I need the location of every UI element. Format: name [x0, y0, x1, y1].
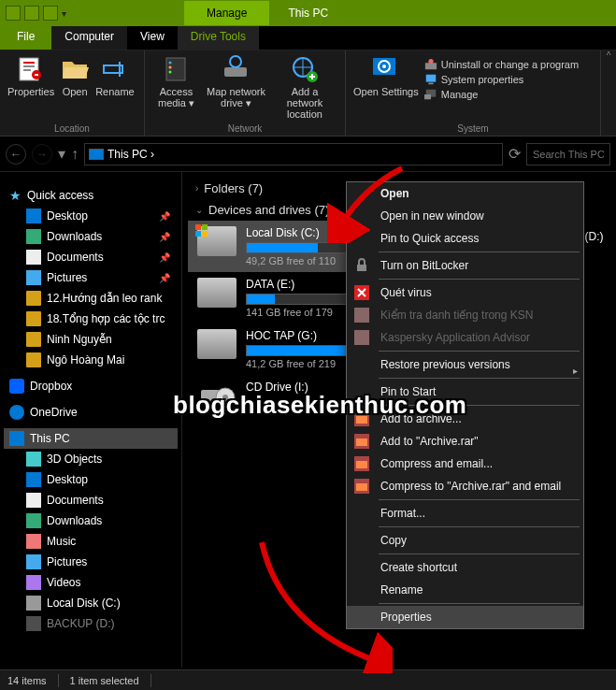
sidebar-pictures2[interactable]: Pictures: [4, 552, 178, 572]
uninstall-link[interactable]: Uninstall or change a program: [424, 58, 579, 71]
sidebar-documents[interactable]: Documents📌: [4, 247, 178, 267]
system-properties-link[interactable]: System properties: [424, 73, 579, 86]
ctx-copy[interactable]: Copy: [347, 529, 583, 552]
chevron-right-icon: ›: [195, 183, 198, 194]
ctx-bitlocker[interactable]: Turn on BitLocker: [347, 254, 583, 277]
address-path[interactable]: This PC ›: [84, 143, 503, 165]
onedrive-icon: [9, 405, 24, 420]
sidebar-desktop[interactable]: Desktop📌: [4, 206, 178, 226]
refresh-button[interactable]: ⟳: [509, 145, 521, 163]
dropbox-icon: [9, 379, 24, 394]
drive-icon: [26, 596, 41, 611]
svg-rect-34: [354, 308, 369, 323]
qat-dropdown[interactable]: ▾: [62, 8, 66, 19]
sidebar-music[interactable]: Music: [4, 531, 178, 552]
hdd-icon: [197, 329, 236, 359]
ctx-pin-quickaccess[interactable]: Pin to Quick access: [347, 227, 583, 250]
drive-icon: [26, 616, 41, 631]
ctx-format[interactable]: Format...: [347, 502, 583, 525]
sidebar-backup[interactable]: BACKUP (D:): [4, 613, 178, 634]
forward-button[interactable]: →: [32, 144, 52, 165]
separator: [150, 674, 151, 687]
svg-point-10: [169, 66, 172, 69]
properties-button[interactable]: Properties: [7, 54, 54, 97]
separator: [379, 279, 580, 280]
ctx-scan-virus[interactable]: Quét virus: [347, 281, 583, 304]
sidebar-onedrive[interactable]: OneDrive: [4, 402, 178, 423]
open-button[interactable]: Open: [60, 54, 90, 97]
navigation-pane[interactable]: ★Quick access Desktop📌 Downloads📌 Docume…: [0, 172, 182, 668]
documents-icon: [26, 250, 41, 265]
svg-rect-43: [356, 483, 367, 491]
open-settings-button[interactable]: Open Settings: [353, 54, 419, 101]
sidebar-pictures[interactable]: Pictures📌: [4, 267, 178, 288]
collapse-ribbon[interactable]: ^: [601, 50, 616, 136]
location-group-label: Location: [0, 123, 144, 134]
access-media-button[interactable]: Access media ▾: [152, 54, 200, 120]
ctx-kaa: Kaspersky Application Advisor: [347, 326, 583, 349]
qat-save-icon[interactable]: [24, 6, 39, 21]
windows-icon: [195, 224, 208, 237]
svg-rect-3: [23, 69, 31, 71]
separator: [379, 378, 580, 379]
sidebar-documents2[interactable]: Documents: [4, 490, 178, 510]
separator: [379, 603, 580, 604]
sidebar-desktop2[interactable]: Desktop: [4, 469, 178, 490]
manage-link[interactable]: Manage: [424, 88, 579, 101]
rename-icon: [100, 54, 130, 84]
separator: [379, 351, 580, 352]
svg-rect-26: [202, 224, 208, 230]
status-bar: 14 items 1 item selected: [0, 669, 616, 690]
sidebar-dropbox[interactable]: Dropbox: [4, 376, 178, 396]
svg-rect-12: [224, 67, 247, 77]
submenu-arrow: ▸: [573, 366, 578, 376]
add-network-location-button[interactable]: Add a network location: [272, 54, 337, 120]
sidebar-videos[interactable]: Videos: [4, 572, 178, 593]
ctx-create-shortcut[interactable]: Create shortcut: [347, 556, 583, 579]
content-pane[interactable]: ›Folders (7) ⌄Devices and drives (7) Loc…: [182, 172, 616, 668]
sidebar-downloads[interactable]: Downloads📌: [4, 226, 178, 247]
sidebar-f2[interactable]: 18.Tổng hợp các tộc trc: [4, 309, 178, 329]
ctx-rename[interactable]: Rename: [347, 579, 583, 601]
manage-tab[interactable]: Manage: [184, 1, 269, 25]
ctx-compress-email[interactable]: Compress and email...: [347, 453, 583, 475]
drive-tools-tab[interactable]: Drive Tools: [178, 26, 259, 50]
sidebar-f4[interactable]: Ngô Hoàng Mai: [4, 350, 178, 370]
computer-tab[interactable]: Computer: [51, 26, 127, 50]
svg-rect-8: [166, 58, 185, 80]
map-network-drive-button[interactable]: Map network drive ▾: [206, 54, 266, 120]
sidebar-3d[interactable]: 3D Objects: [4, 449, 178, 469]
svg-point-13: [230, 56, 241, 67]
qat-undo-icon[interactable]: [43, 6, 58, 21]
file-tab[interactable]: File: [0, 26, 51, 50]
svg-point-20: [428, 59, 433, 64]
search-input[interactable]: [526, 143, 610, 165]
svg-rect-28: [202, 231, 208, 237]
ctx-ksn: Kiểm tra danh tiếng trong KSN: [347, 304, 583, 326]
view-tab[interactable]: View: [127, 26, 178, 50]
sidebar-thispc[interactable]: This PC: [4, 428, 178, 449]
desktop-icon: [26, 472, 41, 487]
ctx-add-rar[interactable]: Add to "Archive.rar": [347, 430, 583, 453]
ctx-restore[interactable]: Restore previous versions: [347, 353, 583, 376]
item-count: 14 items: [7, 675, 47, 686]
ctx-open[interactable]: Open: [347, 182, 583, 205]
thispc-icon: [89, 149, 104, 160]
sidebar-f3[interactable]: Ninh Nguyễn: [4, 329, 178, 350]
recent-dropdown[interactable]: ▾: [58, 145, 65, 163]
pin-icon: 📌: [159, 252, 170, 263]
rename-button[interactable]: Rename: [95, 54, 135, 97]
up-button[interactable]: ↑: [71, 146, 79, 163]
sidebar-downloads2[interactable]: Downloads: [4, 510, 178, 531]
sidebar-f1[interactable]: 12.Hướng dẫn leo rank: [4, 288, 178, 309]
sidebar-quick-access[interactable]: ★Quick access: [4, 185, 178, 206]
add-location-icon: [290, 54, 320, 84]
titlebar: ▾ Manage This PC: [0, 0, 616, 26]
sidebar-localdisk[interactable]: Local Disk (C:): [4, 593, 178, 613]
ctx-open-new[interactable]: Open in new window: [347, 205, 583, 227]
back-button[interactable]: ←: [6, 144, 26, 165]
ctx-properties[interactable]: Properties: [347, 606, 583, 628]
downloads-icon: [26, 229, 41, 244]
ctx-compress-rar-email[interactable]: Compress to "Archive.rar" and email: [347, 475, 583, 497]
svg-rect-27: [195, 231, 201, 237]
